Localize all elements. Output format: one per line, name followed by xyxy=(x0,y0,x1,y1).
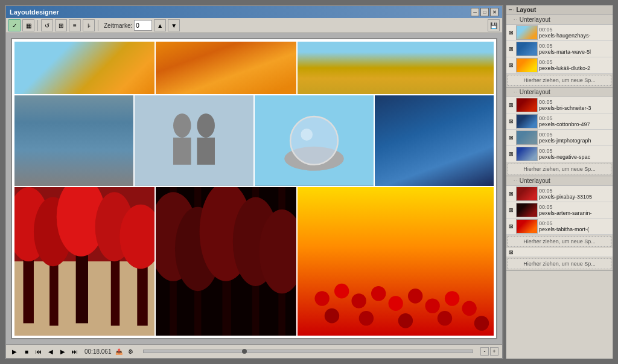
item-thumb-9 xyxy=(516,203,538,217)
next-end-button[interactable]: ⏭ xyxy=(70,346,80,356)
item-name-4: pexels-bri-schneiter-3 xyxy=(539,105,611,111)
subsection-label-3: Unterlayout xyxy=(520,177,550,184)
svg-point-1 xyxy=(173,113,191,138)
zoom-out-button[interactable]: - xyxy=(480,347,489,356)
item-icon-2: ⊠ xyxy=(508,45,515,53)
check-button[interactable]: ✓ xyxy=(8,19,21,31)
play-button[interactable]: ▶ xyxy=(10,346,19,356)
subsection-header-2: · · Unterlayout xyxy=(506,88,613,97)
item-info-7: 00:05 pexels-negative-spac xyxy=(539,148,611,160)
svg-point-44 xyxy=(398,313,412,328)
item-icon-7: ⊠ xyxy=(508,150,515,158)
svg-point-35 xyxy=(351,293,366,308)
step-up-button[interactable]: ▲ xyxy=(154,19,166,31)
item-time-4: 00:05 xyxy=(539,99,611,105)
right-panel: ━ · Layout · · Unterlayout ⊠ 00:05 pexel… xyxy=(506,5,613,359)
item-time-8: 00:05 xyxy=(539,188,611,194)
extra-icon: ⊠ xyxy=(508,249,515,256)
item-thumb-1 xyxy=(516,25,538,40)
zeitmarke-label: Zeitmarke: xyxy=(104,22,132,29)
zoom-controls: - + xyxy=(480,347,499,356)
zeitmarke-input[interactable] xyxy=(134,20,152,31)
item-info-10: 00:05 pexels-tabitha-mort-( xyxy=(539,220,611,232)
photo-cell-8 xyxy=(14,187,154,336)
grid-button[interactable]: ▦ xyxy=(22,19,34,31)
grid2-button[interactable]: ⊞ xyxy=(55,19,67,31)
item-thumb-10 xyxy=(516,219,538,234)
panel-section-3: · · Unterlayout ⊠ 00:05 pexels-pixabay-3… xyxy=(506,176,613,271)
item-time-1: 00:05 xyxy=(539,27,611,33)
item-name-1: pexels-haugenzhays- xyxy=(539,33,611,39)
item-info-6: 00:05 pexels-jmtphotograph xyxy=(539,132,611,144)
progress-bar[interactable] xyxy=(143,350,474,353)
export-button[interactable]: 📤 xyxy=(114,346,124,356)
main-window: Layoutdesigner ─ □ ✕ ✓ ▦ ↺ ⊞ ≡ ⊧ Zeitmar… xyxy=(5,5,503,359)
next-frame-button[interactable]: ▶ xyxy=(58,346,68,356)
photo-cell-3 xyxy=(298,42,494,94)
subsection-header-3: · · Unterlayout xyxy=(506,176,613,186)
svg-point-46 xyxy=(474,316,488,331)
subsection-label-2: Unterlayout xyxy=(520,89,550,95)
item-time-7: 00:05 xyxy=(539,148,611,154)
svg-point-2 xyxy=(197,113,215,138)
item-icon-1: ⊠ xyxy=(508,29,515,36)
align-button[interactable]: ≡ xyxy=(69,19,81,31)
drop-zone-1[interactable]: Hierher ziehen, um neue Sp... xyxy=(508,75,611,86)
subsection-arrow-2: · · xyxy=(514,89,518,95)
title-bar: Layoutdesigner ─ □ ✕ xyxy=(6,6,502,18)
item-thumb-4 xyxy=(516,98,538,112)
zoom-in-button[interactable]: + xyxy=(490,347,499,356)
progress-indicator xyxy=(242,349,247,354)
toolbar-separator-2 xyxy=(98,20,98,31)
svg-point-8 xyxy=(301,129,313,141)
settings-button[interactable]: ⚙ xyxy=(126,346,136,356)
list-item: ⊠ 00:05 pexels-cottonbro-497 xyxy=(506,113,613,130)
photo-cell-9 xyxy=(156,187,296,336)
drop-zone-label-2: Hierher ziehen, um neue Sp... xyxy=(523,166,596,172)
photo-cell-2 xyxy=(156,42,296,94)
canvas xyxy=(11,38,497,339)
undo-button[interactable]: ↺ xyxy=(41,19,53,31)
item-info-5: 00:05 pexels-cottonbro-497 xyxy=(539,115,611,127)
svg-point-45 xyxy=(437,311,451,326)
drop-zone-2[interactable]: Hierher ziehen, um neue Sp... xyxy=(508,164,611,174)
save-button[interactable]: 💾 xyxy=(488,19,500,31)
photo-cell-10 xyxy=(298,187,494,336)
extra-item: ⊠ xyxy=(506,248,613,257)
title-bar-controls: ─ □ ✕ xyxy=(471,8,499,16)
photo-cell-7 xyxy=(375,95,494,186)
svg-rect-3 xyxy=(173,138,191,165)
item-info-8: 00:05 pexels-pixabay-33105 xyxy=(539,188,611,200)
item-thumb-6 xyxy=(516,130,538,145)
item-time-9: 00:05 xyxy=(539,204,611,210)
time-display: 00:18.061 xyxy=(84,348,112,355)
maximize-button[interactable]: □ xyxy=(480,8,489,16)
item-name-2: pexels-marta-wave-5l xyxy=(539,49,611,55)
item-name-7: pexels-negative-spac xyxy=(539,154,611,160)
svg-point-39 xyxy=(425,299,439,314)
photo-cell-4 xyxy=(14,95,133,186)
item-time-3: 00:05 xyxy=(539,59,611,65)
item-icon-4: ⊠ xyxy=(508,101,515,109)
window-title: Layoutdesigner xyxy=(10,8,59,16)
svg-point-7 xyxy=(290,117,338,165)
item-name-9: pexels-artem-saranin- xyxy=(539,210,611,216)
prev-start-button[interactable]: ⏮ xyxy=(34,346,43,356)
svg-point-38 xyxy=(408,289,422,304)
step-down-button[interactable]: ▼ xyxy=(168,19,180,31)
toolbar: ✓ ▦ ↺ ⊞ ≡ ⊧ Zeitmarke: ▲ ▼ 💾 xyxy=(6,18,502,33)
minimize-button[interactable]: ─ xyxy=(471,8,479,16)
stop-button[interactable]: ■ xyxy=(22,346,31,356)
photo-cell-5 xyxy=(135,95,253,186)
drop-zone-4[interactable]: Hierher ziehen, um neue Sp... xyxy=(508,258,611,269)
align2-button[interactable]: ⊧ xyxy=(83,19,95,31)
photo-cell-6 xyxy=(255,95,374,186)
drop-zone-3[interactable]: Hierher ziehen, um neue Sp... xyxy=(508,236,611,247)
drop-zone-label-4: Hierher ziehen, um neue Sp... xyxy=(523,261,596,267)
svg-point-43 xyxy=(358,311,373,326)
prev-frame-button[interactable]: ◀ xyxy=(46,346,56,356)
svg-point-34 xyxy=(334,284,349,299)
svg-point-40 xyxy=(445,291,459,306)
item-icon-5: ⊠ xyxy=(508,118,515,125)
close-button[interactable]: ✕ xyxy=(490,8,499,16)
